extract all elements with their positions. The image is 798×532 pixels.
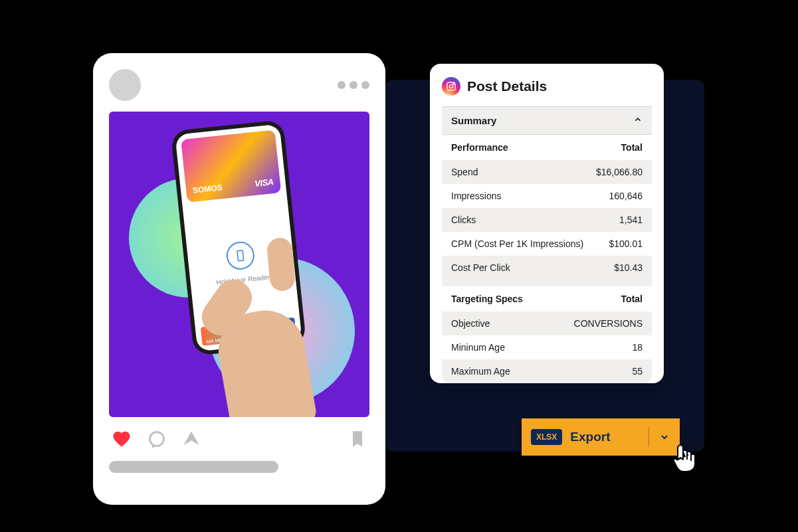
svg-point-3 <box>449 84 452 88</box>
post-details-panel: Post Details Summary Performance Total S… <box>430 64 664 383</box>
chevron-up-icon <box>633 115 643 126</box>
comment-icon[interactable] <box>148 430 166 448</box>
payment-card: SOMOS VISA <box>181 130 281 202</box>
like-icon[interactable] <box>112 429 132 449</box>
bookmark-icon[interactable] <box>348 430 367 448</box>
summary-toggle[interactable]: Summary <box>442 106 652 135</box>
cursor-pointer-icon <box>668 442 700 474</box>
avatar[interactable] <box>109 69 141 101</box>
performance-header: Performance Total <box>442 135 652 160</box>
section-divider <box>442 280 652 286</box>
table-row: Impressions160,646 <box>442 184 652 208</box>
table-row: CPM (Cost Per 1K Impressions)$100.01 <box>442 232 652 256</box>
table-row: Spend$16,066.80 <box>442 160 652 184</box>
table-row: Maximum Age55 <box>442 359 652 383</box>
send-icon[interactable] <box>182 430 201 448</box>
table-row: ObjectiveCONVERSIONS <box>442 311 652 335</box>
hand-illustration <box>209 258 342 417</box>
format-badge: XLSX <box>531 429 562 445</box>
caption-placeholder <box>109 461 278 473</box>
panel-title: Post Details <box>467 78 547 94</box>
table-row: Cost Per Click$10.43 <box>442 256 652 280</box>
export-label: Export <box>570 430 648 444</box>
svg-point-1 <box>150 432 164 446</box>
svg-point-4 <box>453 84 454 84</box>
targeting-header: Targeting Specs Total <box>442 286 652 311</box>
card-brand: SOMOS <box>192 183 223 195</box>
summary-label: Summary <box>451 115 496 126</box>
instagram-icon <box>442 77 460 96</box>
post-image[interactable]: SOMOS VISA Hold Near Reader AIR MILES <box>109 112 369 417</box>
more-menu[interactable] <box>338 81 369 89</box>
social-post-card: SOMOS VISA Hold Near Reader AIR MILES <box>93 53 385 505</box>
export-dropdown[interactable] <box>649 432 680 442</box>
export-button[interactable]: XLSX Export <box>522 418 680 456</box>
table-row: Clicks1,541 <box>442 208 652 232</box>
post-actions <box>109 429 369 449</box>
card-network: VISA <box>254 177 274 189</box>
table-row: Mininum Age18 <box>442 335 652 359</box>
post-header <box>109 69 369 101</box>
